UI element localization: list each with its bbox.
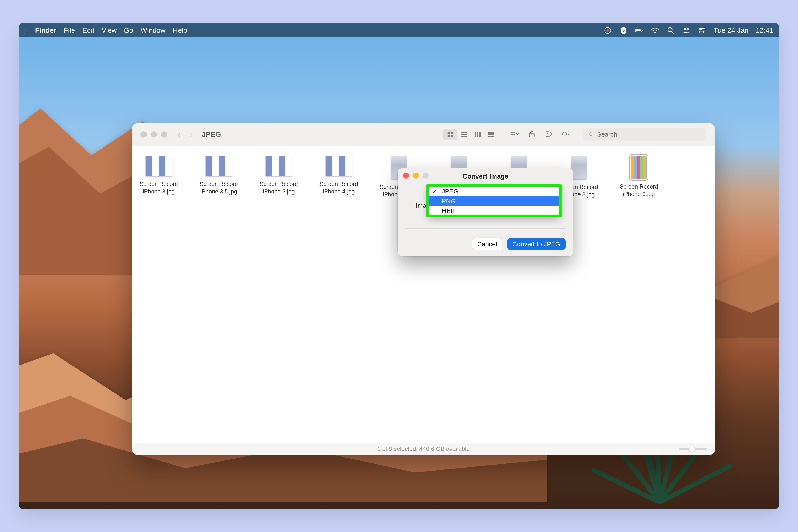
svg-rect-31 bbox=[513, 132, 515, 133]
format-option-heif[interactable]: HEIF bbox=[428, 206, 560, 216]
svg-rect-25 bbox=[488, 132, 494, 135]
cancel-button[interactable]: Cancel bbox=[472, 238, 502, 250]
group-button[interactable] bbox=[511, 130, 519, 139]
svg-rect-21 bbox=[461, 136, 467, 137]
column-view-button[interactable] bbox=[471, 129, 484, 140]
file-label: Screen Record iPhone 3.jpg bbox=[138, 180, 179, 195]
menu-view[interactable]: View bbox=[102, 26, 117, 35]
format-dropdown[interactable]: ✓JPEG PNG HEIF bbox=[428, 186, 560, 216]
share-button[interactable] bbox=[528, 130, 536, 139]
svg-line-40 bbox=[592, 135, 593, 136]
search-icon bbox=[588, 131, 594, 138]
menu-help[interactable]: Help bbox=[173, 26, 187, 35]
screen-record-icon[interactable] bbox=[604, 26, 612, 35]
zoom-button[interactable] bbox=[161, 131, 167, 138]
close-button[interactable] bbox=[140, 131, 147, 138]
menu-window[interactable]: Window bbox=[140, 26, 165, 35]
file-label: Screen Record iPhone 9.jpg bbox=[619, 183, 659, 198]
svg-point-6 bbox=[654, 32, 656, 33]
check-icon: ✓ bbox=[432, 188, 437, 195]
search-field[interactable] bbox=[583, 128, 706, 141]
svg-rect-28 bbox=[492, 136, 494, 137]
svg-rect-30 bbox=[511, 134, 513, 135]
spotlight-icon[interactable] bbox=[666, 26, 675, 35]
list-view-button[interactable] bbox=[457, 129, 471, 140]
file-item[interactable]: Screen Record iPhone 3.jpg bbox=[138, 156, 179, 198]
battery-icon[interactable] bbox=[635, 26, 644, 35]
format-option-jpeg[interactable]: ✓JPEG bbox=[428, 186, 560, 196]
svg-point-37 bbox=[563, 134, 564, 134]
svg-text:5: 5 bbox=[622, 28, 625, 33]
svg-point-34 bbox=[547, 132, 548, 134]
file-label: Screen Record iPhone 2.jpg bbox=[258, 180, 299, 195]
svg-point-38 bbox=[565, 134, 566, 134]
control-center-icon[interactable] bbox=[698, 26, 706, 35]
svg-rect-5 bbox=[636, 30, 641, 32]
icon-size-slider[interactable] bbox=[679, 446, 707, 452]
status-bar: 1 of 9 selected, 440.6 GB available bbox=[132, 443, 715, 455]
menu-bar:  Finder File Edit View Go Window Help 5… bbox=[19, 23, 779, 37]
svg-rect-24 bbox=[479, 132, 481, 137]
file-item[interactable]: Screen Record iPhone 2.jpg bbox=[258, 156, 299, 198]
format-option-png[interactable]: PNG bbox=[428, 196, 560, 206]
convert-button[interactable]: Convert to JPEG bbox=[507, 238, 566, 250]
svg-rect-17 bbox=[448, 135, 450, 137]
svg-point-12 bbox=[700, 28, 702, 30]
finder-toolbar: ‹ › JPEG bbox=[132, 123, 715, 146]
svg-line-8 bbox=[672, 32, 674, 33]
icon-view-button[interactable] bbox=[443, 129, 457, 140]
apple-menu-icon[interactable]:  bbox=[25, 26, 28, 35]
users-icon[interactable] bbox=[682, 26, 691, 35]
file-item[interactable]: Screen Record iPhone 3.5.jpg bbox=[198, 156, 239, 198]
forward-button[interactable]: › bbox=[189, 129, 193, 140]
menu-go[interactable]: Go bbox=[124, 26, 133, 35]
shield-icon[interactable]: 5 bbox=[619, 26, 628, 35]
window-title: JPEG bbox=[202, 130, 221, 138]
svg-rect-29 bbox=[511, 132, 513, 133]
svg-point-36 bbox=[564, 134, 565, 134]
svg-rect-19 bbox=[461, 132, 467, 133]
action-button[interactable] bbox=[562, 130, 570, 139]
svg-rect-20 bbox=[461, 134, 467, 135]
screenshot-frame:  Finder File Edit View Go Window Help 5… bbox=[19, 23, 779, 509]
dialog-title: Convert Image bbox=[398, 173, 573, 180]
view-switcher bbox=[443, 129, 498, 140]
status-text: 1 of 9 selected, 440.6 GB available bbox=[377, 445, 470, 452]
search-input[interactable] bbox=[597, 131, 701, 138]
svg-rect-32 bbox=[513, 134, 515, 135]
svg-rect-4 bbox=[642, 30, 643, 31]
file-item[interactable]: Screen Record iPhone 9.jpg bbox=[619, 156, 659, 198]
menubar-app-name[interactable]: Finder bbox=[35, 26, 57, 35]
svg-rect-23 bbox=[477, 132, 478, 137]
back-button[interactable]: ‹ bbox=[177, 129, 181, 140]
menu-file[interactable]: File bbox=[64, 26, 75, 35]
svg-point-9 bbox=[684, 28, 686, 31]
svg-point-14 bbox=[703, 31, 704, 33]
svg-rect-18 bbox=[451, 135, 453, 137]
svg-point-10 bbox=[686, 28, 689, 31]
svg-rect-26 bbox=[488, 136, 490, 137]
wifi-icon[interactable] bbox=[651, 26, 659, 35]
file-label: Screen Record iPhone 3.5.jpg bbox=[198, 180, 239, 195]
file-item[interactable]: Screen Record iPhone 4.jpg bbox=[318, 156, 359, 198]
minimize-button[interactable] bbox=[151, 131, 157, 138]
svg-rect-27 bbox=[490, 136, 492, 137]
dialog-separator bbox=[405, 228, 566, 229]
window-controls bbox=[140, 131, 167, 138]
menubar-time[interactable]: 12:41 bbox=[756, 26, 773, 35]
tags-button[interactable] bbox=[545, 130, 553, 139]
gallery-view-button[interactable] bbox=[484, 129, 498, 140]
svg-rect-22 bbox=[475, 132, 476, 137]
file-label: Screen Record iPhone 4.jpg bbox=[318, 180, 359, 195]
menu-edit[interactable]: Edit bbox=[82, 26, 94, 35]
svg-point-1 bbox=[607, 29, 609, 32]
svg-rect-15 bbox=[448, 132, 450, 134]
menubar-date[interactable]: Tue 24 Jan bbox=[714, 26, 748, 35]
svg-rect-16 bbox=[451, 132, 453, 134]
